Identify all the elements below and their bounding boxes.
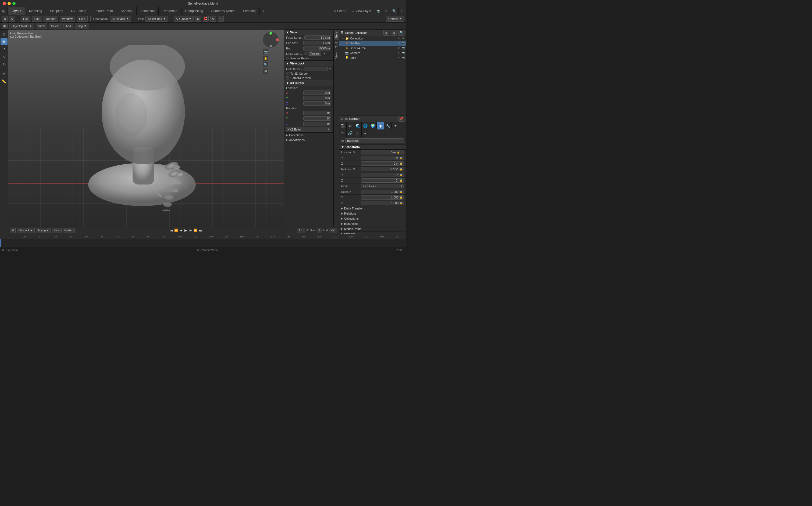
outliner-search[interactable]: 🔍 — [399, 30, 404, 36]
object-mode-dropdown[interactable]: Object Mode ▼ — [9, 23, 34, 29]
rot-z-lock[interactable]: 🔒 — [400, 179, 403, 182]
collections-collapsible[interactable]: ▶ Collections — [284, 133, 333, 138]
current-frame-display[interactable]: 1 — [297, 228, 305, 233]
clip-start-field[interactable]: 1.4 m — [303, 41, 331, 45]
outliner-collection-item[interactable]: ▼ 📁 Collection 👁 🖱 — [339, 36, 406, 41]
location-x-field[interactable]: 0 m 🔒 ↗ — [361, 150, 404, 154]
rotation-x-field[interactable]: 0.772° 🔒 — [361, 167, 404, 171]
snap-button[interactable]: 🧲 — [203, 16, 209, 22]
visibility-collapsible[interactable]: ▶ Visibility — [339, 232, 406, 234]
scale-x-lock[interactable]: 🔒 — [400, 190, 403, 193]
proportional-button[interactable]: ⊙ — [210, 16, 216, 22]
scale-z-lock[interactable]: 🔒 — [400, 202, 403, 204]
cursor-ry-field[interactable]: 0° — [303, 116, 331, 120]
tab-sculpting[interactable]: Sculpting — [46, 7, 67, 15]
jump-start-button[interactable]: ⏮ — [170, 229, 173, 232]
marker-btn[interactable]: Marker — [63, 228, 75, 233]
render-menu[interactable]: Render — [44, 16, 58, 22]
scale-x-field[interactable]: 1.000 🔒 — [361, 190, 404, 194]
lock-eyedropper-icon[interactable]: ✏ — [329, 67, 331, 71]
tab-shading[interactable]: Shading — [117, 7, 137, 15]
bahbruh-visibility[interactable]: 👁 — [397, 41, 401, 45]
motion-paths-collapsible[interactable]: ▶ Motion Paths — [339, 227, 406, 232]
outliner-filter[interactable]: ⊟ — [391, 30, 397, 36]
annotate-tool[interactable]: ✏ — [1, 70, 7, 77]
start-frame-field[interactable]: 1 — [317, 228, 322, 233]
add-menu[interactable]: Add — [63, 23, 74, 29]
view-layer-selector[interactable]: ☰ View Layer — [349, 7, 374, 15]
clip-end-field[interactable]: 10000 m — [303, 46, 331, 51]
cursor-tool[interactable]: ⊕ — [1, 30, 7, 37]
minimize-button[interactable] — [7, 2, 11, 5]
prop-tab-world[interactable]: 🌍 — [369, 122, 377, 130]
file-menu[interactable]: File — [21, 16, 30, 22]
prop-tab-data[interactable]: △ — [354, 130, 362, 137]
outliner-camera-item[interactable]: 📷 Camera 👁 📷 — [339, 51, 406, 55]
local-cam-checkbox[interactable] — [304, 52, 307, 55]
light-visibility[interactable]: 👁 — [397, 56, 401, 60]
relations-collapsible[interactable]: ▶ Relations — [339, 211, 406, 216]
tab-texture-paint[interactable]: Texture Paint — [90, 7, 117, 15]
cursor-y-field[interactable]: 0 m — [303, 96, 331, 100]
light-render[interactable]: 📷 — [401, 56, 405, 60]
jump-end-button[interactable]: ⏭ — [198, 229, 202, 232]
camera-to-view-checkbox[interactable] — [286, 76, 289, 80]
editor-type-button[interactable]: ⊞ — [2, 16, 7, 22]
prop-tab-material[interactable]: ● — [362, 130, 369, 137]
item-tab[interactable]: Item — [334, 29, 339, 40]
mode-icon[interactable]: ▦ — [2, 23, 7, 29]
prev-frame-button[interactable]: ◀ — [179, 229, 183, 232]
tab-geometry-nodes[interactable]: Geometry Nodes — [207, 7, 239, 15]
fullscreen-button[interactable] — [12, 2, 16, 5]
tab-scripting[interactable]: Scripting — [239, 7, 260, 15]
move-tool[interactable]: ✥ — [1, 38, 7, 45]
location-y-field[interactable]: 0 m 🔒 — [361, 156, 404, 160]
end-frame-field[interactable]: 250 — [329, 228, 337, 233]
hand-tool-icon[interactable]: ✋ — [263, 55, 269, 61]
transform-section-header[interactable]: ▼ Transform — [339, 145, 406, 150]
focal-length-field[interactable]: 50 mm — [304, 35, 331, 40]
loc-z-lock[interactable]: 🔒 — [400, 162, 403, 165]
viewport-3d[interactable]: User Perspective (1) Collection | BahBru… — [8, 29, 284, 227]
view-btn[interactable]: View — [52, 228, 62, 233]
render-icon[interactable]: 📷 — [374, 7, 383, 15]
to-3d-cursor-checkbox[interactable] — [286, 72, 289, 75]
camera-tag[interactable]: Camera — [308, 52, 322, 56]
next-keyframe-button[interactable]: ⏩ — [194, 229, 197, 232]
delta-transform-collapsible[interactable]: ▶ Delta Transform — [339, 206, 406, 211]
window-menu[interactable]: Window — [60, 16, 75, 22]
play-button[interactable]: ▶ — [184, 229, 188, 232]
edit-menu[interactable]: Edit — [32, 16, 42, 22]
prop-tab-object[interactable]: ◉ — [377, 122, 384, 130]
cursor-z-field[interactable]: 0 m — [303, 101, 331, 105]
pivot-button[interactable]: ⊡ — [195, 16, 201, 22]
scale-z-field[interactable]: 1.000 🔒 — [361, 201, 404, 205]
bones-render[interactable]: 📷 — [401, 46, 405, 50]
bones-visibility[interactable]: 👁 — [397, 46, 401, 50]
prop-tab-render[interactable]: 🎬 — [339, 122, 347, 130]
outliner-bahbruh-item[interactable]: ▽ BahBruh 👁 📷 — [339, 41, 406, 46]
keying-btn[interactable]: Keying ▼ — [36, 228, 51, 233]
view-menu[interactable]: View — [36, 23, 47, 29]
options-dropdown[interactable]: Options ▼ — [386, 16, 404, 22]
prop-tab-constraints[interactable]: 🔗 — [347, 130, 354, 137]
tab-modeling[interactable]: Modeling — [25, 7, 46, 15]
camera-remove-button[interactable]: ✕ — [324, 52, 326, 55]
drag-dropdown[interactable]: Select Box ▼ — [145, 16, 168, 22]
view-tab[interactable]: View — [334, 50, 339, 61]
rot-x-lock[interactable]: 🔒 — [400, 168, 403, 171]
bahbruh-render[interactable]: 📷 — [401, 41, 405, 45]
rotation-y-field[interactable]: -0° 🔒 — [361, 173, 404, 177]
measure-tool[interactable]: 📏 — [1, 78, 7, 85]
rotation-mode-dropdown[interactable]: XYZ Euler ▼ — [361, 184, 404, 188]
location-z-field[interactable]: 0 m 🔒 — [361, 161, 404, 166]
prop-tab-view-layer[interactable]: 🌊 — [354, 122, 362, 130]
select-menu[interactable]: Select — [49, 23, 62, 29]
view-lock-header[interactable]: ▼ View Lock — [284, 61, 333, 66]
falloff-button[interactable]: ~ — [218, 16, 224, 22]
outliner-bones-item[interactable]: ⚡ Bones4.024 👁 📷 — [339, 46, 406, 51]
properties-pin[interactable]: 📌 — [399, 116, 404, 122]
outliner-light-item[interactable]: 💡 Light 👁 📷 — [339, 55, 406, 60]
tab-rendering[interactable]: Rendering — [159, 7, 181, 15]
tab-compositing[interactable]: Compositing — [182, 7, 207, 15]
